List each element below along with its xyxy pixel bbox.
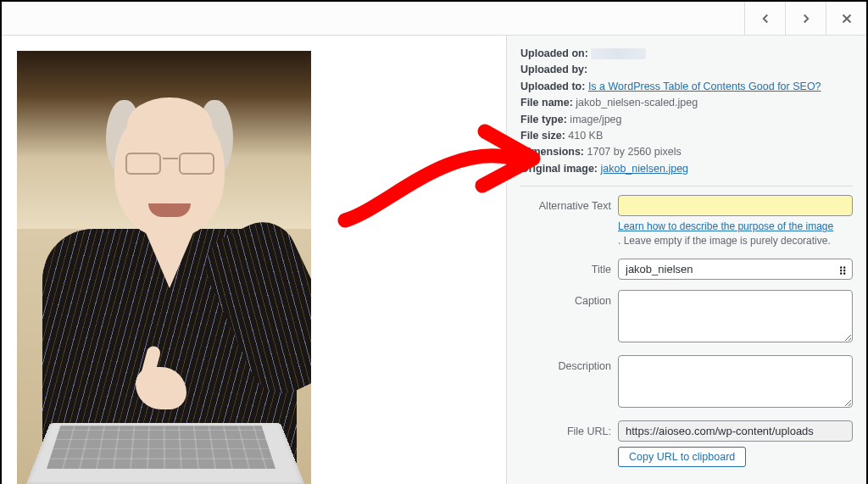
meta-original-image: Original image: jakob_nielsen.jpeg	[520, 161, 853, 177]
copy-url-button[interactable]: Copy URL to clipboard	[618, 447, 746, 467]
file-url-label: File URL:	[520, 420, 618, 437]
media-preview-pane	[2, 36, 506, 484]
meta-uploaded-by: Uploaded by:	[520, 62, 853, 78]
next-button[interactable]	[785, 2, 826, 36]
close-button[interactable]	[826, 2, 866, 36]
file-url-input[interactable]	[618, 420, 853, 442]
alt-text-label: Alternative Text	[520, 195, 618, 212]
close-icon	[839, 11, 854, 26]
title-action-icon[interactable]: ⁝⁝	[839, 264, 846, 277]
meta-uploaded-to: Uploaded to: Is a WordPress Table of Con…	[520, 79, 853, 95]
caption-input[interactable]	[618, 290, 853, 342]
original-image-link[interactable]: jakob_nielsen.jpeg	[600, 163, 688, 175]
meta-uploaded-on: Uploaded on:	[520, 46, 853, 62]
file-url-row: File URL: Copy URL to clipboard	[520, 420, 853, 467]
description-input[interactable]	[618, 355, 853, 408]
title-input[interactable]	[618, 259, 853, 280]
title-label: Title	[520, 259, 618, 275]
meta-file-type: File type: image/jpeg	[520, 112, 853, 128]
meta-dimensions: Dimensions: 1707 by 2560 pixels	[520, 144, 853, 160]
modal-header	[2, 2, 866, 36]
prev-button[interactable]	[744, 2, 785, 36]
redacted-date	[591, 48, 646, 59]
alt-text-help-link[interactable]: Learn how to describe the purpose of the…	[618, 220, 833, 232]
meta-file-name: File name: jakob_nielsen-scaled.jpeg	[520, 95, 853, 111]
meta-file-size: File size: 410 KB	[520, 128, 853, 144]
attachment-details-modal: Uploaded on: Uploaded by: Uploaded to: I…	[0, 0, 868, 484]
alt-text-help: Learn how to describe the purpose of the…	[618, 220, 853, 248]
caption-label: Caption	[520, 290, 618, 307]
alt-text-input[interactable]	[618, 195, 853, 216]
uploaded-to-link[interactable]: Is a WordPress Table of Contents Good fo…	[588, 81, 821, 92]
description-label: Description	[520, 355, 618, 372]
modal-content: Uploaded on: Uploaded by: Uploaded to: I…	[2, 36, 866, 484]
file-meta: Uploaded on: Uploaded by: Uploaded to: I…	[520, 46, 853, 186]
chevron-left-icon	[758, 11, 773, 26]
attachment-image	[17, 51, 311, 484]
caption-row: Caption	[520, 290, 853, 345]
title-row: Title ⁝⁝	[520, 259, 853, 280]
alt-text-row: Alternative Text Learn how to describe t…	[520, 195, 853, 248]
description-row: Description	[520, 355, 853, 410]
chevron-right-icon	[798, 11, 814, 26]
attachment-details-sidebar: Uploaded on: Uploaded by: Uploaded to: I…	[506, 36, 866, 484]
attachment-fields: Alternative Text Learn how to describe t…	[520, 192, 853, 467]
